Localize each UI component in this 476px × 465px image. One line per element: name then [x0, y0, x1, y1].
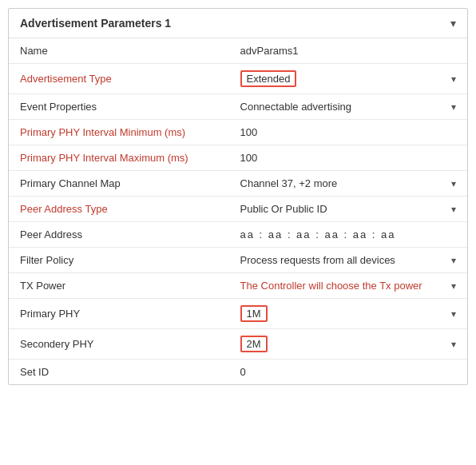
advertisement-parameters-panel: Advertisement Parameters 1 ▾ NameadvPara…: [8, 8, 468, 385]
highlighted-value: Extended: [240, 70, 297, 87]
table-row: Event PropertiesConnectable advertising▾: [9, 94, 467, 120]
row-label: Peer Address: [9, 222, 229, 248]
row-label: TX Power: [9, 273, 229, 299]
row-label: Primary PHY Interval Maximum (ms): [9, 145, 229, 171]
row-value[interactable]: Process requests from all devices▾: [229, 248, 467, 273]
table-row: Advertisement TypeExtended▾: [9, 64, 467, 94]
panel-header: Advertisement Parameters 1 ▾: [9, 9, 467, 38]
row-value[interactable]: Extended▾: [229, 64, 467, 94]
dropdown-arrow-icon[interactable]: ▾: [451, 255, 456, 266]
highlighted-value: 2M: [240, 336, 268, 352]
row-label: Primary Channel Map: [9, 171, 229, 197]
row-label: Peer Address Type: [9, 197, 229, 222]
row-value[interactable]: 2M▾: [229, 329, 467, 360]
row-value[interactable]: Connectable advertising▾: [229, 94, 467, 120]
row-value: 100: [229, 120, 467, 145]
row-label: Set ID: [9, 360, 229, 385]
dropdown-value: Process requests from all devices: [240, 254, 395, 266]
dropdown-arrow-icon[interactable]: ▾: [451, 178, 456, 189]
row-value: 0: [229, 360, 467, 385]
table-row: Peer Addressaa : aa : aa : aa : aa : aa: [9, 222, 467, 248]
row-label: Secondery PHY: [9, 329, 229, 360]
row-value[interactable]: Channel 37, +2 more▾: [229, 171, 467, 197]
panel-title: Advertisement Parameters 1: [20, 17, 171, 30]
row-label: Advertisement Type: [9, 64, 229, 94]
table-row: Primary PHY1M▾: [9, 299, 467, 329]
row-value[interactable]: 1M▾: [229, 299, 467, 329]
dropdown-arrow-icon[interactable]: ▾: [451, 74, 456, 85]
params-table: NameadvParams1Advertisement TypeExtended…: [9, 38, 467, 384]
row-label: Name: [9, 38, 229, 64]
row-value[interactable]: Public Or Public ID▾: [229, 197, 467, 222]
dropdown-value: Public Or Public ID: [240, 203, 327, 215]
row-value: aa : aa : aa : aa : aa : aa: [229, 222, 467, 248]
dropdown-value-red: The Controller will choose the Tx power: [240, 280, 422, 292]
dropdown-value: Channel 37, +2 more: [240, 177, 338, 189]
table-row: Filter PolicyProcess requests from all d…: [9, 248, 467, 273]
chevron-down-icon[interactable]: ▾: [450, 17, 456, 30]
table-row: Primary PHY Interval Minimum (ms)100: [9, 120, 467, 145]
row-label: Event Properties: [9, 94, 229, 120]
row-value: 100: [229, 145, 467, 171]
dropdown-arrow-icon[interactable]: ▾: [451, 101, 456, 113]
table-row: Primary PHY Interval Maximum (ms)100: [9, 145, 467, 171]
table-row: Secondery PHY2M▾: [9, 329, 467, 360]
dropdown-arrow-icon[interactable]: ▾: [451, 280, 456, 292]
dropdown-arrow-icon[interactable]: ▾: [451, 308, 456, 320]
dropdown-value: Connectable advertising: [240, 101, 351, 113]
row-value: advParams1: [229, 38, 467, 64]
table-row: Peer Address TypePublic Or Public ID▾: [9, 197, 467, 222]
table-row: Primary Channel MapChannel 37, +2 more▾: [9, 171, 467, 197]
row-label: Primary PHY Interval Minimum (ms): [9, 120, 229, 145]
row-label: Primary PHY: [9, 299, 229, 329]
table-row: NameadvParams1: [9, 38, 467, 64]
peer-address-value: aa : aa : aa : aa : aa : aa: [240, 229, 396, 240]
table-row: TX PowerThe Controller will choose the T…: [9, 273, 467, 299]
dropdown-arrow-icon[interactable]: ▾: [451, 339, 456, 350]
table-row: Set ID0: [9, 360, 467, 385]
row-value[interactable]: The Controller will choose the Tx power▾: [229, 273, 467, 299]
dropdown-arrow-icon[interactable]: ▾: [451, 204, 456, 215]
highlighted-value: 1M: [240, 305, 268, 322]
row-label: Filter Policy: [9, 248, 229, 273]
